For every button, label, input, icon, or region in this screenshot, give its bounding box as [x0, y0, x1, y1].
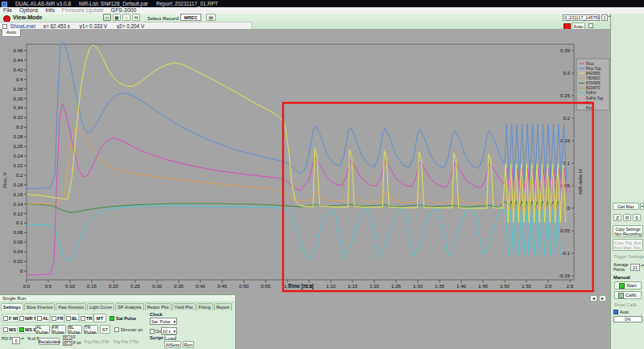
scroll-right-button[interactable]: ▸ [599, 295, 606, 302]
tab-report[interactable]: Report [214, 303, 233, 310]
mini-button-z[interactable]: Z [613, 214, 621, 221]
svg-text:1:40: 1:40 [456, 283, 467, 289]
script-file-button[interactable]: AllSess [164, 341, 181, 348]
svg-text:840/965: 840/965 [586, 72, 601, 76]
clock-interval-combo[interactable]: 10 s▾ [161, 327, 177, 335]
file-combo[interactable]: 0_231117_145756▾ [563, 14, 600, 21]
percent-view-button[interactable]: % [132, 14, 140, 21]
get-max-button[interactable]: Get Max [613, 203, 639, 210]
point-view-button[interactable]: ○ [122, 14, 130, 21]
percent-icon: % [134, 15, 138, 20]
svg-text:0.28: 0.28 [13, 133, 23, 139]
tr-pulse-button[interactable]: TR Pulse [84, 325, 98, 334]
tab-settings[interactable]: Settings [1, 303, 23, 310]
svg-text:0.26: 0.26 [13, 143, 23, 149]
table-view-button[interactable]: ▦ [113, 14, 121, 21]
overlay-checkbox[interactable] [588, 23, 593, 28]
al-pulse-button[interactable]: AL Pulse [35, 325, 50, 334]
progress-bar: 0% [613, 316, 642, 322]
pct-of-fo-label: % of Fo [27, 337, 37, 342]
svg-text:0:5: 0:5 [45, 283, 52, 289]
svg-text:Fluo Top: Fluo Top [586, 67, 601, 71]
tab-light-curve[interactable]: Light Curve [87, 303, 114, 310]
svg-text:-0.15: -0.15 [559, 273, 571, 278]
cursor-x-value: x= 62.453 s [43, 23, 70, 29]
record-count-field[interactable]: 1 [601, 14, 608, 21]
svg-text:0:10: 0:10 [65, 283, 76, 289]
check-sat-pulse[interactable]: Sat Pulse [109, 314, 136, 322]
svg-text:1:50: 1:50 [500, 283, 510, 289]
menu-gfs-3000[interactable]: GFS-3000 [111, 7, 136, 13]
bl-pulse-button[interactable]: BL Pulse [68, 325, 82, 334]
svg-text:0.3: 0.3 [16, 124, 23, 129]
pdi-fluo-stepper[interactable]: ▴▾ [21, 337, 25, 344]
chevron-down-icon: ▾ [173, 319, 175, 324]
fr-pulse-button[interactable]: FR Pulse [52, 325, 66, 334]
start-button[interactable]: Start [614, 281, 642, 289]
check-dimmer[interactable]: Dimmer on [114, 325, 142, 334]
calib-led-icon [618, 293, 624, 298]
tab-redox-plot[interactable]: Redox Plot [145, 303, 171, 310]
menu-options[interactable]: Options [19, 7, 38, 13]
auto-record-checkbox[interactable] [613, 310, 618, 314]
svg-text:0.1: 0.1 [16, 220, 23, 225]
mini-button-s[interactable]: S [633, 214, 641, 221]
recalculate-button[interactable]: Recalculate [39, 338, 60, 345]
svg-text:0.3: 0.3 [563, 70, 570, 76]
manual-section-label: Manual [613, 275, 630, 280]
svg-text:0:0: 0:0 [23, 283, 31, 289]
bottom-panel: Single Run Settings Slow Kinetics Fast K… [0, 294, 236, 349]
copy-settings-button[interactable]: Copy Settings Non-Recording [613, 225, 643, 237]
tab-fitting[interactable]: Fitting [196, 303, 213, 310]
f-total-label: F tot [73, 341, 81, 345]
f-total-field: 80.0 [63, 341, 72, 346]
title-bar: DUAL-KLAS-NIR v3.0.8NIR-List: SN#128_Def… [0, 0, 644, 7]
st-button[interactable]: ST [100, 325, 110, 334]
pdi-fluo-field[interactable]: 0 [12, 337, 20, 344]
check-bl[interactable]: BL [64, 314, 79, 322]
tab-fast-kinetics[interactable]: Fast Kinetics [56, 303, 85, 310]
menu-info[interactable]: Info [45, 7, 54, 13]
script-run-button[interactable]: Run [183, 341, 194, 348]
select-record-label: Select Record [147, 15, 179, 21]
average-points-field[interactable]: 21 [630, 264, 640, 271]
record-list-button[interactable]: ▤ [206, 14, 216, 21]
tab-slow-kinetics[interactable]: Slow Kinetics [24, 303, 56, 310]
window-title-list: NIR-List: SN#128_Default.par [79, 1, 148, 6]
record-value[interactable]: MREC [180, 14, 201, 21]
svg-text:0.12: 0.12 [13, 211, 23, 216]
svg-text:2:5: 2:5 [567, 283, 574, 289]
tab-auto[interactable]: Auto [2, 29, 21, 37]
scroll-left-button[interactable]: ◂ [590, 295, 597, 302]
mt-button[interactable]: MT [93, 314, 106, 322]
svg-text:0.15: 0.15 [560, 138, 571, 143]
check-fr[interactable]: FR [50, 314, 64, 322]
clock-on-checkbox[interactable]: On [150, 327, 161, 335]
tab-sp-analysis[interactable]: SP-Analysis [115, 303, 144, 310]
copy-trig-line2: from Man. Rec. [614, 245, 642, 250]
svg-text:1:55: 1:55 [522, 283, 532, 289]
svg-text:0.24: 0.24 [13, 153, 23, 158]
average-points-stepper[interactable]: ▴▾ [641, 264, 644, 271]
copy-settings-line2: Non-Recording [614, 232, 642, 236]
mini-button-r[interactable]: R [623, 214, 631, 221]
svg-text:0.4: 0.4 [16, 76, 23, 82]
trig-file-ltm-button: Trig File LTM [84, 339, 109, 344]
svg-text:0.06: 0.06 [13, 239, 23, 244]
clock-mode-combo[interactable]: Sat. Pulse▾ [150, 318, 177, 325]
check-al[interactable]: AL [35, 314, 50, 322]
svg-text:1:15: 1:15 [348, 283, 358, 289]
svg-text:0:45: 0:45 [217, 283, 228, 289]
svg-text:1:30: 1:30 [413, 283, 423, 289]
calib-button[interactable]: Calib. [614, 291, 642, 299]
cursor-y2-value: y2= 0.204 V [117, 23, 144, 29]
svg-text:2:0: 2:0 [545, 283, 552, 289]
chart-view-button[interactable]: ▭ [103, 14, 111, 21]
get-max-dropdown[interactable]: ▾ [640, 203, 644, 210]
check-tr[interactable]: TR [79, 314, 93, 322]
tab-yield-plot[interactable]: Yield Plot [172, 303, 196, 310]
menu-file[interactable]: File [3, 7, 12, 13]
svg-text:1:45: 1:45 [478, 283, 489, 289]
svg-text:1:25: 1:25 [391, 283, 402, 289]
svg-text:0: 0 [568, 205, 571, 211]
